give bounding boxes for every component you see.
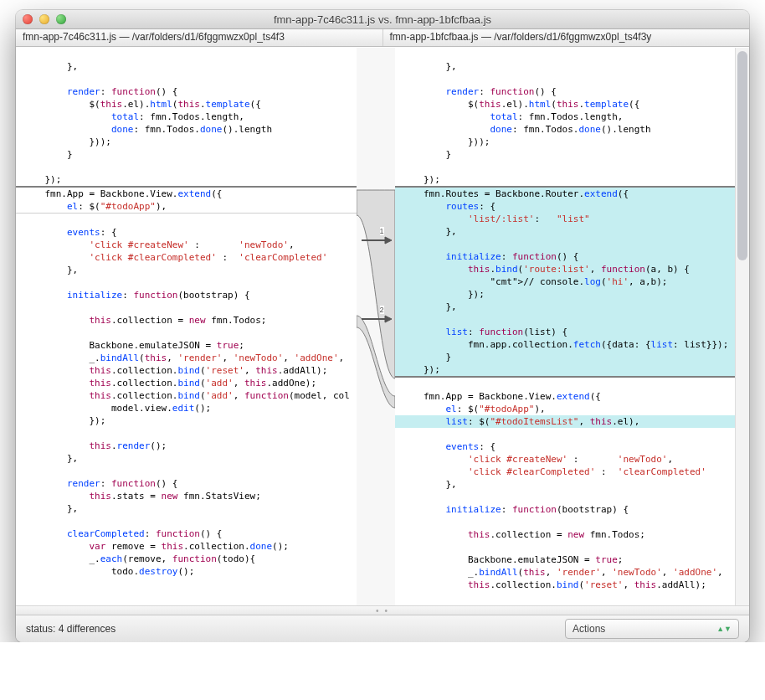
code-line: _.each(remove, function(todo){ bbox=[16, 553, 357, 565]
code-line: }, bbox=[16, 452, 357, 465]
code-line: }, bbox=[395, 301, 736, 313]
code-line: 'click #createNew' : 'newTodo', bbox=[16, 239, 357, 251]
code-line: initialize: function(bootstrap) { bbox=[16, 289, 357, 301]
code-line: this.collection = new fmn.Todos; bbox=[395, 528, 736, 541]
status-value: 4 differences bbox=[59, 623, 116, 635]
code-line: this.collection.bind('add', function(mod… bbox=[16, 389, 357, 402]
code-line: this.collection.bind('reset', this.addAl… bbox=[395, 579, 736, 591]
code-line: render: function() { bbox=[16, 477, 357, 490]
code-line: } bbox=[395, 148, 736, 161]
diff-window: fmn-app-7c46c311.js vs. fmn-app-1bfcfbaa… bbox=[16, 10, 749, 642]
code-line bbox=[395, 428, 736, 440]
code-line bbox=[16, 515, 357, 528]
code-line: this.collection.bind('reset', this.addAl… bbox=[16, 364, 357, 377]
code-line: el: $("#todoApp"), bbox=[16, 200, 357, 213]
vertical-scrollbar[interactable] bbox=[735, 48, 749, 605]
traffic-lights bbox=[23, 14, 66, 24]
code-line: var remove = this.collection.done(); bbox=[16, 540, 357, 553]
code-line: "cmt">// console.log('hi', a,b); bbox=[395, 275, 736, 288]
code-line: 'list/:list': "list" bbox=[395, 213, 736, 225]
code-line: } bbox=[16, 148, 357, 161]
code-line: this.bind('route:list', function(a, b) { bbox=[395, 263, 736, 275]
code-line: model.view.edit(); bbox=[16, 402, 357, 414]
window-title: fmn-app-7c46c311.js vs. fmn-app-1bfcfbaa… bbox=[16, 13, 749, 26]
left-file-path: fmn-app-7c46c311.js — /var/folders/d1/6f… bbox=[16, 29, 383, 46]
code-line: $(this.el).html(this.template({ bbox=[395, 98, 736, 111]
close-icon[interactable] bbox=[23, 14, 33, 24]
code-line bbox=[395, 491, 736, 503]
minimize-icon[interactable] bbox=[39, 14, 49, 24]
diff-connector-icon bbox=[357, 48, 395, 605]
code-line: }); bbox=[395, 288, 736, 301]
code-line: })); bbox=[395, 136, 736, 148]
code-line bbox=[16, 465, 357, 477]
code-line bbox=[395, 73, 736, 85]
code-line: }); bbox=[16, 173, 357, 186]
status-text: status: 4 differences bbox=[26, 623, 116, 635]
code-line: 'click #clearCompleted' : 'clearComplete… bbox=[395, 466, 736, 478]
code-line bbox=[16, 427, 357, 440]
actions-label: Actions bbox=[572, 623, 605, 635]
code-line: _.bindAll(this, 'render', 'newTodo', 'ad… bbox=[16, 352, 357, 364]
code-line: list: $("#todoItemsList", this.el), bbox=[395, 415, 736, 428]
gutter-marker-1: 1 bbox=[380, 227, 384, 235]
left-pane[interactable]: }, render: function() { $(this.el).html(… bbox=[16, 48, 357, 605]
code-line bbox=[395, 313, 736, 326]
code-line bbox=[395, 48, 736, 60]
code-line: this.collection.bind('add', this.addOne)… bbox=[16, 377, 357, 389]
code-line: }, bbox=[16, 60, 357, 73]
code-line: initialize: function(bootstrap) { bbox=[395, 503, 736, 516]
code-line bbox=[16, 161, 357, 173]
resize-handle[interactable]: • • bbox=[16, 605, 749, 615]
code-line: fmn.App = Backbone.View.extend({ bbox=[16, 188, 357, 200]
code-line bbox=[16, 73, 357, 85]
code-line: this.collection = new fmn.Todos; bbox=[16, 314, 357, 327]
code-line bbox=[395, 238, 736, 250]
right-file-path: fmn-app-1bfcfbaa.js — /var/folders/d1/6f… bbox=[383, 29, 750, 46]
code-line: routes: { bbox=[395, 200, 736, 213]
code-line: _.bindAll(this, 'render', 'newTodo', 'ad… bbox=[395, 566, 736, 579]
scroll-thumb[interactable] bbox=[737, 51, 747, 260]
code-line bbox=[395, 378, 736, 390]
gutter-marker-2: 2 bbox=[380, 306, 384, 314]
code-line bbox=[16, 48, 357, 60]
code-line: }); bbox=[395, 363, 736, 376]
code-line: list: function(list) { bbox=[395, 326, 736, 338]
code-line: events: { bbox=[16, 226, 357, 239]
chevron-up-down-icon: ▲▼ bbox=[716, 625, 732, 633]
code-line: }); bbox=[16, 414, 357, 427]
code-line: 'click #createNew' : 'newTodo', bbox=[395, 453, 736, 466]
code-line bbox=[395, 516, 736, 528]
diff-gutter: 1 2 bbox=[357, 48, 395, 605]
code-line: initialize: function() { bbox=[395, 250, 736, 263]
zoom-icon[interactable] bbox=[56, 14, 66, 24]
code-line bbox=[16, 301, 357, 314]
code-line bbox=[16, 327, 357, 339]
code-line: el: $("#todoApp"), bbox=[395, 403, 736, 415]
actions-menu[interactable]: Actions ▲▼ bbox=[565, 619, 739, 639]
code-line: }); bbox=[395, 173, 736, 186]
code-line: render: function() { bbox=[395, 85, 736, 98]
code-line: Backbone.emulateJSON = true; bbox=[395, 553, 736, 566]
code-line bbox=[16, 214, 357, 226]
code-line: fmn.Routes = Backbone.Router.extend({ bbox=[395, 188, 736, 200]
grip-icon: • • bbox=[376, 606, 389, 615]
code-line: }, bbox=[395, 478, 736, 491]
right-pane[interactable]: }, render: function() { $(this.el).html(… bbox=[395, 48, 736, 605]
code-line: render: function() { bbox=[16, 85, 357, 98]
code-line: total: fmn.Todos.length, bbox=[395, 111, 736, 123]
code-line: Backbone.emulateJSON = true; bbox=[16, 339, 357, 352]
code-line: done: fmn.Todos.done().length bbox=[16, 123, 357, 136]
code-line: todo.destroy(); bbox=[16, 565, 357, 578]
code-line: fmn.App = Backbone.View.extend({ bbox=[395, 390, 736, 403]
window-titlebar[interactable]: fmn-app-7c46c311.js vs. fmn-app-1bfcfbaa… bbox=[16, 10, 749, 29]
code-line: fmn.app.collection.fetch({data: {list: l… bbox=[395, 338, 736, 351]
code-line: clearCompleted: function() { bbox=[16, 528, 357, 540]
code-line: this.stats = new fmn.StatsView; bbox=[16, 490, 357, 502]
code-line: events: { bbox=[395, 440, 736, 453]
code-line: $(this.el).html(this.template({ bbox=[16, 98, 357, 111]
code-line bbox=[395, 541, 736, 553]
file-path-row: fmn-app-7c46c311.js — /var/folders/d1/6f… bbox=[16, 29, 749, 47]
code-line: }, bbox=[16, 264, 357, 276]
code-line: })); bbox=[16, 136, 357, 148]
